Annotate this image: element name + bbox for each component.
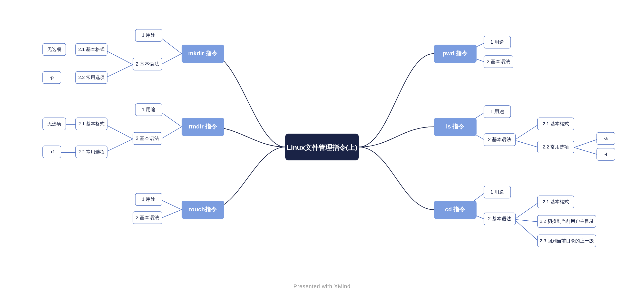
mkdir-1-label: 1 用途 [142,32,156,38]
svg-line-8 [105,124,133,139]
rmdir-21-label: 2.1 基本格式 [78,121,104,126]
rmdir-22-label: 2.2 常用选项 [78,149,104,154]
ls-22-label: 2.2 常用选项 [542,144,569,150]
ls-label: ls 指令 [446,123,464,130]
touch-1-label: 1 用途 [142,196,156,202]
pwd-label: pwd 指令 [443,50,468,56]
svg-line-25 [514,220,539,222]
rmdir-label: rmdir 指令 [189,123,217,130]
cd-23-label: 2.3 回到当前目录的上一级 [540,238,594,243]
svg-line-1 [161,54,182,64]
svg-line-18 [514,124,539,140]
ls-21-label: 2.1 基本格式 [542,121,569,126]
svg-line-3 [105,64,133,78]
svg-line-20 [574,139,598,148]
mkdir-21-label: 2.1 基本格式 [78,47,104,52]
mkdir-22-label: 2.2 常用选项 [78,75,104,80]
mkdir-label: mkdir 指令 [188,50,218,56]
cd-1-label: 1 用途 [490,189,504,194]
svg-line-7 [161,127,182,139]
mkdir-2-label: 2 基本语法 [136,61,160,66]
svg-line-9 [105,139,133,152]
mindmap-svg: Linux文件管理指令(上) mkdir 指令 rmdir 指令 touch指令… [0,0,644,294]
ls-l-label: -l [604,152,607,157]
svg-line-0 [161,38,182,54]
mkdir-p-label: -p [50,75,54,80]
ls-1-label: 1 用途 [490,109,504,114]
rmdir-1-label: 1 用途 [142,107,156,112]
rmdir-rf-label: -rf [50,149,54,154]
touch-label: touch指令 [189,206,217,212]
svg-line-26 [514,220,539,241]
rmdir-no-label: 无选项 [47,121,61,126]
svg-line-12 [161,200,182,210]
center-label: Linux文件管理指令(上) [287,144,357,152]
svg-line-19 [514,140,539,148]
rmdir-2-label: 2 基本语法 [136,136,160,141]
cd-2-label: 2 基本语法 [488,216,512,221]
svg-line-6 [161,112,182,127]
touch-2-label: 2 基本语法 [136,215,160,220]
svg-line-2 [105,50,133,64]
footer-text: Presented with XMind [294,283,350,290]
ls-2-label: 2 基本语法 [488,137,512,142]
svg-line-21 [574,148,598,155]
cd-21-label: 2.1 基本格式 [542,199,569,204]
svg-line-13 [161,210,182,218]
pwd-2-label: 2 基本语法 [487,59,510,64]
cd-label: cd 指令 [445,206,466,212]
ls-a-label: -a [604,136,608,141]
mkdir-no-label: 无选项 [47,47,61,52]
svg-line-24 [514,202,539,220]
cd-22-label: 2.2 切换到当前用户主目录 [540,219,594,224]
pwd-1-label: 1 用途 [490,39,504,44]
